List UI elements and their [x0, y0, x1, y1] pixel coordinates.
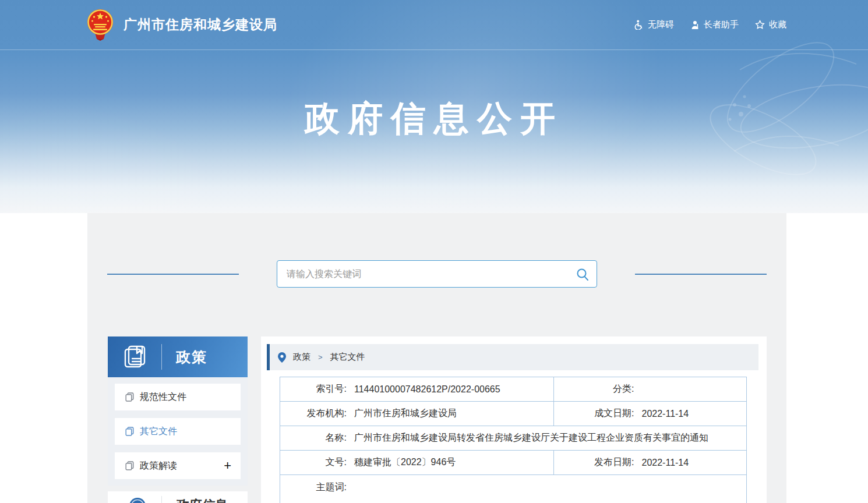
table-row: 文号: 穗建审批〔2022〕946号 发布日期: 2022-11-14 — [280, 451, 747, 475]
document-detail-table: 索引号: 11440100007482612P/2022-00665 分类: 发… — [280, 377, 747, 503]
sidebar-section-title: 政府信息公开 — [177, 496, 232, 503]
breadcrumb-item-policy[interactable]: 政策 — [293, 352, 310, 363]
divider — [161, 344, 162, 370]
breadcrumb-item-other-documents[interactable]: 其它文件 — [330, 352, 365, 363]
content-area: 政策 规范性文件 其它文件 — [87, 213, 786, 503]
table-row: 主题词: — [280, 475, 747, 503]
sidebar-item-other-documents[interactable]: 其它文件 — [115, 418, 241, 445]
sidebar-menu: 规范性文件 其它文件 政策解读 + — [108, 377, 248, 486]
document-icon — [125, 427, 134, 436]
field-label: 发布日期: — [554, 456, 634, 469]
location-pin-icon — [278, 352, 286, 363]
sidebar-item-normative-documents[interactable]: 规范性文件 — [115, 384, 241, 410]
field-value: 11440100007482612P/2022-00665 — [354, 384, 500, 395]
elder-person-icon — [690, 20, 700, 30]
site-brand[interactable]: 广州市住房和城乡建设局 — [86, 8, 277, 41]
field-label: 主题词: — [280, 481, 347, 494]
field-value: 2022-11-14 — [642, 458, 689, 468]
national-emblem-logo — [86, 8, 114, 41]
search-box — [277, 260, 597, 288]
table-row: 名称: 广州市住房和城乡建设局转发省住房城乡建设厅关于建设工程企业资质有关事宜的… — [280, 426, 747, 451]
field-value: 广州市住房和城乡建设局转发省住房城乡建设厅关于建设工程企业资质有关事宜的通知 — [354, 432, 708, 444]
field-label: 成文日期: — [554, 408, 634, 420]
sidebar-section-government-info[interactable]: 政府信息公开 — [108, 491, 248, 503]
info-circle-icon — [129, 497, 146, 503]
sidebar-item-policy-interpretation[interactable]: 政策解读 + — [115, 452, 241, 479]
field-value: 穗建审批〔2022〕946号 — [354, 456, 456, 469]
sidebar: 政策 规范性文件 其它文件 — [108, 336, 248, 503]
site-title: 广州市住房和城乡建设局 — [124, 16, 277, 34]
field-value: 2022-11-14 — [642, 409, 689, 419]
field-label: 发布机构: — [280, 408, 347, 420]
field-label: 名称: — [280, 432, 347, 444]
expand-plus-icon[interactable]: + — [224, 459, 231, 472]
book-icon — [122, 344, 147, 370]
field-label: 文号: — [280, 456, 347, 469]
document-icon — [125, 392, 134, 402]
utility-links: 无障碍 长者助手 收藏 — [634, 19, 786, 30]
decorative-line — [107, 274, 239, 275]
favorite-link[interactable]: 收藏 — [755, 19, 786, 30]
elder-assistant-link[interactable]: 长者助手 — [690, 19, 739, 30]
top-navigation-bar: 广州市住房和城乡建设局 无障碍 长 — [0, 0, 868, 50]
hero-banner: 广州市住房和城乡建设局 无障碍 长 — [0, 0, 868, 213]
accessibility-link[interactable]: 无障碍 — [634, 19, 674, 30]
field-value: 广州市住房和城乡建设局 — [354, 408, 457, 420]
breadcrumb-separator: > — [318, 353, 323, 362]
table-row: 索引号: 11440100007482612P/2022-00665 分类: — [280, 377, 747, 402]
wheelchair-icon — [634, 20, 644, 30]
decorative-line — [635, 274, 767, 275]
breadcrumb: 政策 > 其它文件 — [267, 344, 758, 370]
table-row: 发布机构: 广州市住房和城乡建设局 成文日期: 2022-11-14 — [280, 402, 747, 426]
field-label: 索引号: — [280, 383, 347, 395]
star-icon — [755, 20, 765, 30]
sidebar-section-title: 政策 — [176, 348, 207, 367]
field-label: 分类: — [554, 383, 634, 395]
page: 广州市住房和城乡建设局 无障碍 长 — [0, 0, 868, 503]
page-title: 政府信息公开 — [0, 95, 868, 143]
search-input[interactable] — [277, 261, 597, 287]
document-icon — [125, 461, 134, 470]
main-panel: 政策 > 其它文件 索引号: 11440100007482612P/2022-0… — [261, 336, 767, 503]
divider — [161, 496, 162, 503]
search-icon[interactable] — [576, 267, 590, 281]
sidebar-section-policy[interactable]: 政策 — [108, 336, 248, 377]
